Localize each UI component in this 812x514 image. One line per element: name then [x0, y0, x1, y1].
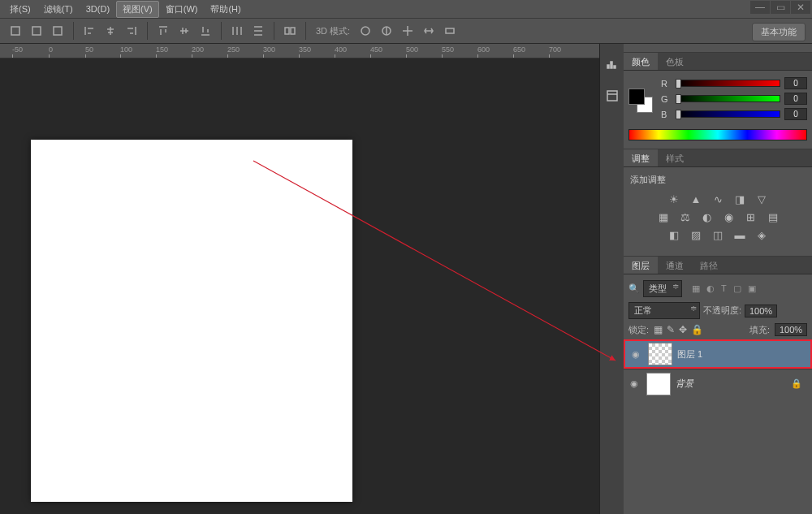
align-right-icon[interactable]	[123, 22, 140, 40]
adjustments-panel-tabs: 调整 样式	[624, 149, 812, 167]
align-top-icon[interactable]	[154, 22, 172, 40]
close-button[interactable]: ✕	[791, 1, 810, 14]
align-bottom-icon[interactable]	[197, 22, 214, 40]
filter-smart-icon[interactable]: ▣	[748, 283, 756, 294]
brightness-icon[interactable]: ☀	[667, 192, 681, 205]
maximize-button[interactable]: ▭	[771, 1, 790, 14]
ruler-tick: 650	[513, 45, 525, 54]
layer-thumbnail[interactable]	[646, 373, 671, 395]
svg-rect-1	[32, 27, 41, 35]
fg-bg-swatches[interactable]	[628, 89, 653, 113]
options-toolbar: 3D 模式:	[0, 18, 812, 44]
align-btn-3[interactable]	[49, 22, 67, 40]
filter-pixel-icon[interactable]: ▦	[692, 283, 700, 294]
properties-icon[interactable]	[604, 89, 620, 102]
invert-icon[interactable]: ◧	[667, 228, 681, 241]
canvas-viewport[interactable]	[0, 58, 599, 514]
3d-zoom-icon[interactable]	[441, 22, 459, 40]
tab-layers[interactable]: 图层	[624, 257, 658, 274]
filter-type-dropdown[interactable]: 类型	[643, 280, 682, 297]
tab-styles[interactable]: 样式	[658, 149, 692, 166]
g-slider[interactable]	[676, 95, 780, 102]
layer-list: ◉ 图层 1 ◉ 背景 🔒	[624, 339, 812, 398]
workspace-switcher[interactable]: 基本功能	[752, 23, 806, 41]
gradient-map-icon[interactable]: ▬	[732, 228, 747, 241]
3d-pan-icon[interactable]	[399, 22, 417, 40]
menu-filter[interactable]: 滤镜(T)	[37, 1, 80, 18]
slider-thumb[interactable]	[676, 94, 681, 104]
ruler-tick: 400	[335, 45, 347, 54]
horizontal-ruler[interactable]: -50 0 50 100 150 200 250 300 350 400 450…	[0, 44, 599, 58]
histogram-icon[interactable]	[604, 58, 620, 71]
svg-rect-4	[291, 28, 295, 34]
align-center-h-icon[interactable]	[102, 22, 119, 40]
filter-shape-icon[interactable]: ▢	[733, 283, 741, 294]
svg-rect-9	[607, 91, 617, 101]
lock-pixels-icon[interactable]: ✎	[667, 324, 675, 335]
b-value[interactable]: 0	[784, 108, 807, 120]
tab-color[interactable]: 颜色	[624, 53, 658, 70]
3d-orbit-icon[interactable]	[356, 22, 374, 40]
slider-thumb[interactable]	[676, 79, 681, 89]
align-left-icon[interactable]	[80, 22, 98, 40]
g-value[interactable]: 0	[784, 93, 807, 105]
color-balance-icon[interactable]: ⚖	[678, 210, 693, 223]
3d-roll-icon[interactable]	[378, 22, 395, 40]
layer-name[interactable]: 图层 1	[677, 348, 702, 361]
menu-window[interactable]: 窗口(W)	[159, 1, 205, 18]
hue-sat-icon[interactable]: ▦	[656, 210, 671, 223]
menu-3d[interactable]: 3D(D)	[80, 2, 116, 16]
fill-value[interactable]: 100%	[775, 323, 807, 336]
blend-mode-dropdown[interactable]: 正常	[628, 302, 700, 319]
curves-icon[interactable]: ∿	[710, 192, 725, 205]
foreground-color-swatch[interactable]	[628, 89, 645, 105]
distribute-v-icon[interactable]	[249, 22, 267, 40]
fill-label: 填充:	[749, 324, 770, 336]
bw-icon[interactable]: ◐	[700, 210, 715, 223]
layers-panel-tabs: 图层 通道 路径	[624, 257, 812, 274]
menu-help[interactable]: 帮助(H)	[204, 1, 247, 18]
channel-mixer-icon[interactable]: ⊞	[744, 210, 758, 223]
b-slider[interactable]	[676, 110, 780, 118]
lock-position-icon[interactable]: ✥	[679, 324, 687, 335]
tab-swatches[interactable]: 色板	[658, 53, 692, 70]
layer-thumbnail[interactable]	[648, 343, 672, 365]
r-slider[interactable]	[676, 80, 780, 87]
vibrance-icon[interactable]: ▽	[754, 192, 769, 205]
adjustments-panel: 调整 样式 添加调整 ☀ ▲ ∿ ◨ ▽ ▦ ⚖ ◐ ◉ ⊞ ▤ ◧ ▨	[624, 149, 812, 256]
visibility-toggle-icon[interactable]: ◉	[628, 349, 643, 360]
align-btn-1[interactable]	[6, 22, 24, 40]
visibility-toggle-icon[interactable]: ◉	[627, 378, 641, 389]
align-btn-2[interactable]	[28, 22, 45, 40]
color-spectrum[interactable]	[628, 129, 807, 140]
layer-name[interactable]: 背景	[676, 378, 693, 390]
filter-adjust-icon[interactable]: ◐	[706, 283, 715, 294]
minimize-button[interactable]: —	[750, 1, 770, 14]
menu-select[interactable]: 择(S)	[3, 1, 37, 18]
lock-transparency-icon[interactable]: ▦	[654, 324, 663, 335]
layer-row[interactable]: ◉ 图层 1	[624, 339, 812, 369]
tab-adjustments[interactable]: 调整	[624, 149, 658, 166]
color-lookup-icon[interactable]: ▤	[766, 210, 780, 223]
layer-row[interactable]: ◉ 背景 🔒	[624, 369, 812, 398]
tab-channels[interactable]: 通道	[658, 257, 692, 274]
photo-filter-icon[interactable]: ◉	[722, 210, 736, 223]
3d-slide-icon[interactable]	[420, 22, 438, 40]
menu-view[interactable]: 视图(V)	[116, 1, 159, 18]
levels-icon[interactable]: ▲	[689, 192, 703, 205]
opacity-value[interactable]: 100%	[745, 305, 777, 317]
selective-color-icon[interactable]: ◈	[754, 228, 769, 241]
slider-thumb[interactable]	[676, 110, 681, 119]
tab-paths[interactable]: 路径	[692, 257, 726, 274]
filter-type-icon[interactable]: T	[721, 283, 727, 294]
threshold-icon[interactable]: ◫	[710, 228, 725, 241]
canvas[interactable]	[31, 140, 352, 502]
align-middle-v-icon[interactable]	[175, 22, 193, 40]
distribute-h-icon[interactable]	[228, 22, 246, 40]
exposure-icon[interactable]: ◨	[732, 192, 747, 205]
posterize-icon[interactable]: ▨	[689, 228, 703, 241]
r-value[interactable]: 0	[784, 77, 807, 89]
svg-rect-2	[54, 27, 62, 35]
auto-align-icon[interactable]	[281, 22, 299, 40]
lock-all-icon[interactable]: 🔒	[691, 324, 703, 335]
